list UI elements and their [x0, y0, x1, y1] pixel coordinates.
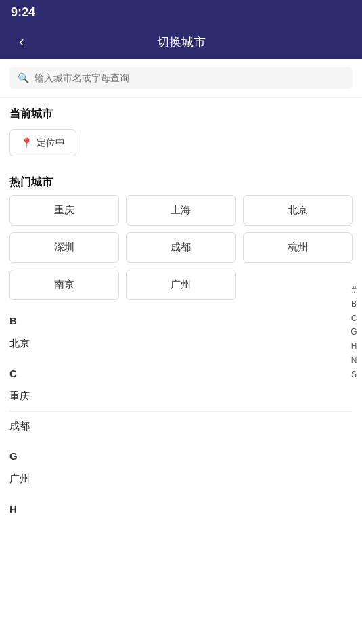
index-bar-item[interactable]: H	[348, 341, 359, 352]
city-list-item[interactable]: 广州	[9, 465, 353, 494]
status-time: 9:24	[11, 5, 35, 19]
search-input[interactable]	[35, 72, 344, 83]
search-bar: 🔍	[0, 59, 362, 98]
index-bar-item[interactable]: G	[348, 326, 359, 338]
city-list-item[interactable]: 北京	[9, 329, 353, 358]
alpha-section: B北京	[9, 307, 353, 358]
alpha-letter: B	[9, 307, 353, 329]
hot-city-button[interactable]: 上海	[126, 195, 235, 226]
index-bar-item[interactable]: N	[348, 355, 359, 366]
back-button[interactable]: ‹	[11, 33, 32, 51]
hot-city-button[interactable]: 杭州	[243, 232, 353, 263]
location-icon: 📍	[21, 137, 32, 148]
city-list-item[interactable]: 成都	[9, 412, 353, 441]
current-city-label: 当前城市	[0, 98, 362, 127]
search-input-wrapper[interactable]: 🔍	[9, 67, 353, 89]
search-icon: 🔍	[18, 72, 29, 83]
city-list: B北京C重庆成都G广州H	[0, 307, 362, 517]
index-bar: #BCGHNS	[348, 284, 359, 381]
alpha-section: G广州	[9, 442, 353, 494]
hot-cities-label: 热门城市	[0, 166, 362, 195]
hot-city-button[interactable]: 成都	[126, 232, 235, 263]
alpha-section: C重庆成都	[9, 360, 353, 441]
alpha-letter: H	[9, 495, 353, 517]
hot-city-button[interactable]: 北京	[243, 195, 353, 226]
alpha-letter: G	[9, 442, 353, 465]
page-title: 切换城市	[32, 34, 330, 50]
location-text: 定位中	[37, 137, 65, 149]
hot-cities-grid: 重庆上海北京深圳成都杭州南京广州	[0, 195, 362, 307]
hot-city-button[interactable]: 重庆	[9, 195, 119, 226]
alpha-letter: C	[9, 360, 353, 382]
header: ‹ 切换城市	[0, 25, 362, 59]
index-bar-item[interactable]: S	[348, 369, 359, 381]
hot-city-button[interactable]: 深圳	[9, 232, 119, 263]
alpha-section: H	[9, 495, 353, 517]
hot-city-button[interactable]: 广州	[126, 270, 235, 300]
hot-city-button[interactable]: 南京	[9, 270, 119, 300]
back-icon: ‹	[19, 33, 24, 50]
index-bar-item[interactable]: B	[348, 299, 359, 310]
location-button[interactable]: 📍 定位中	[9, 129, 76, 156]
status-bar: 9:24	[0, 0, 362, 25]
city-list-item[interactable]: 重庆	[9, 382, 353, 412]
index-bar-item[interactable]: C	[348, 313, 359, 324]
index-bar-item[interactable]: #	[348, 284, 359, 296]
